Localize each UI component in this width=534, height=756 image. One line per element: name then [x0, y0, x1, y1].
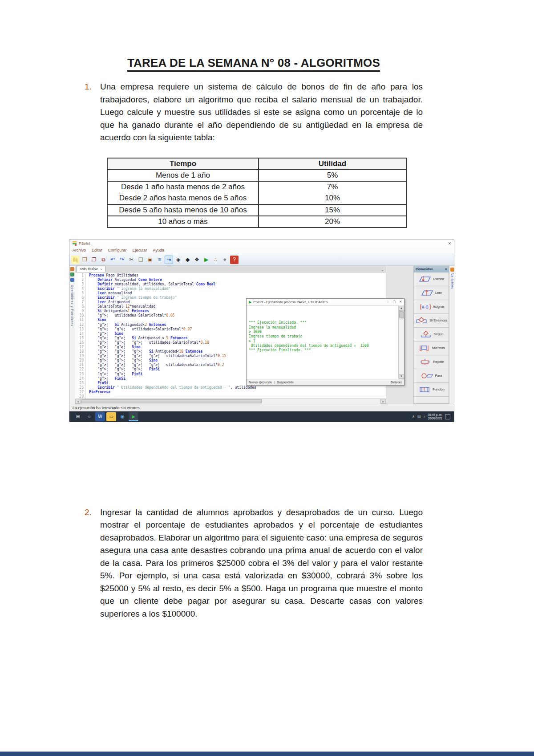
open-folder-icon[interactable]: ❐ [81, 256, 89, 264]
left-panel-tab-label[interactable]: Operadores y Funciones [71, 285, 74, 326]
panel-icon[interactable] [70, 278, 74, 282]
flowchart-icon[interactable]: ◈ [174, 256, 182, 264]
menu-item[interactable]: Ejecutar [133, 248, 147, 252]
tray-chevron-icon[interactable]: ∧ [412, 415, 415, 419]
word-icon[interactable]: W [95, 412, 105, 421]
blocks-icon[interactable]: ◆ [183, 256, 192, 264]
menu-item[interactable]: Archivo [73, 248, 86, 252]
code-text: FinProceso [89, 390, 110, 394]
execution-console-window[interactable]: ▶ PSeInt - Ejecutando proceso PAGO_UTILI… [246, 298, 405, 386]
tab-list-dropdown-icon[interactable]: ⌄ [379, 268, 386, 272]
window-close-icon[interactable]: ✕ [448, 241, 451, 246]
volume-icon[interactable]: ♪ [423, 415, 425, 419]
scroll-down-icon[interactable]: ▼ [399, 374, 404, 379]
line-number: 6 [75, 296, 86, 300]
help-icon[interactable]: ? [230, 256, 239, 264]
start-button[interactable]: ⊞ [73, 412, 83, 421]
clock-time: 05:49 p. m. [428, 413, 442, 417]
table-row: Desde 1 año hasta menos de 2 años 7% [107, 181, 406, 193]
paste-icon[interactable]: ❏ [137, 256, 145, 264]
console-status-mid: Suspendido [277, 381, 294, 384]
menu-item[interactable]: Configurar [108, 248, 127, 252]
command-item[interactable]: Si Entonces [414, 314, 449, 328]
save-all-icon[interactable]: ⧉ [99, 256, 108, 264]
right-panel-tab-label[interactable]: Variables [451, 273, 454, 289]
code-text: FinSi [89, 381, 108, 386]
search-icon[interactable]: ○ [84, 412, 94, 421]
command-item[interactable]: [A=B] Asignar [414, 300, 449, 314]
minimize-icon[interactable]: – [388, 300, 389, 304]
network-icon[interactable]: ▤ [417, 415, 421, 419]
variables-panel-icon[interactable] [450, 268, 454, 272]
taskbar-clock[interactable]: 05:49 p. m. 26/06/2021 [428, 413, 442, 420]
code-text: Definir mensualidad, utilidades, Salario… [89, 282, 215, 287]
command-item[interactable]: Repetir [414, 355, 449, 369]
pseint-screenshot: PSeInt ✕ ArchivoEditarConfigurarEjecutar… [69, 240, 454, 422]
scrollbar-thumb[interactable] [81, 399, 262, 403]
tiempo-cell: Menos de 1 año [107, 170, 259, 181]
divider: | [274, 381, 275, 384]
line-number: 4 [75, 287, 86, 291]
export-icon[interactable]: ❖ [193, 256, 201, 264]
scroll-left-icon[interactable]: ◂ [75, 399, 81, 404]
redo-icon[interactable]: ↷ [118, 256, 126, 264]
step-run-icon[interactable]: ∴ [211, 256, 220, 264]
code-line: 5 Leer mensualidad [75, 291, 386, 296]
indent-icon[interactable]: ⇥ [165, 256, 173, 264]
command-item[interactable]: Según [414, 328, 449, 341]
notification-center-icon[interactable] [445, 414, 450, 419]
editor-tab[interactable]: <sin titulo> × [77, 266, 105, 272]
scroll-right-icon[interactable]: ▸ [380, 399, 386, 404]
right-panel-strip[interactable]: Variables [449, 266, 455, 404]
undo-icon[interactable]: ↶ [109, 256, 117, 264]
line-number: 13 [75, 327, 86, 332]
item-number: 2. [85, 506, 100, 621]
image-icon[interactable]: ▣ [146, 256, 154, 264]
utility-table: Tiempo Utilidad Menos de 1 año 5% Desde … [107, 158, 407, 228]
command-item[interactable]: Escribir [414, 272, 449, 286]
line-number: 21 [75, 363, 86, 367]
segun-icon [419, 331, 433, 338]
command-item[interactable]: Para [414, 369, 449, 383]
para-icon [421, 372, 434, 379]
scrollbar-thumb[interactable] [399, 311, 404, 318]
save-icon[interactable]: ❒ [90, 256, 98, 264]
scroll-up-icon[interactable]: ▲ [399, 306, 404, 311]
commands-panel-header[interactable]: Comandos ▾ [414, 266, 449, 272]
new-file-icon[interactable]: ▤ [71, 256, 80, 264]
left-panel-strip[interactable]: Operadores y Funciones [69, 266, 75, 404]
editor-horizontal-scrollbar[interactable]: ◂ ▸ [75, 398, 386, 404]
menu-item[interactable]: Ayuda [153, 248, 164, 252]
debug-icon[interactable]: ⌖ [221, 256, 229, 264]
menu-item[interactable]: Editar [92, 248, 102, 252]
repetir-icon [418, 358, 432, 366]
leer-icon [421, 289, 434, 297]
console-line: Ingrese la mensualidad [249, 325, 396, 330]
command-label: Según [434, 332, 444, 336]
list-icon[interactable]: ≡ [155, 256, 164, 264]
line-number: 8 [75, 305, 86, 309]
maximize-icon[interactable]: ▢ [393, 300, 396, 304]
panel-icon[interactable] [70, 272, 74, 276]
table-row: Menos de 1 año 5% [107, 170, 406, 181]
console-scrollbar[interactable]: ▲ ▼ [398, 306, 404, 379]
close-icon[interactable]: ✕ [399, 300, 402, 304]
stop-button[interactable]: Detener [391, 381, 402, 384]
collapse-panel-icon[interactable]: ▾ [445, 268, 447, 271]
browser-icon[interactable]: ◉ [117, 412, 127, 421]
utilidad-cell: 15% [259, 204, 406, 216]
command-item[interactable]: f Función [414, 383, 449, 397]
cut-icon[interactable]: ✂ [127, 256, 136, 264]
line-number: 19 [75, 354, 86, 358]
pseint-taskbar-icon[interactable]: ▶ [129, 412, 138, 421]
command-item[interactable]: Mientras [414, 341, 449, 355]
run-icon[interactable]: ▶ [202, 256, 210, 264]
panel-icon[interactable] [70, 267, 74, 271]
file-explorer-icon[interactable]: ▭ [106, 412, 116, 421]
page-title: TAREA DE LA SEMANA N° 08 - ALGORITMOS [85, 56, 423, 70]
asignar-icon: [A=B] [418, 303, 432, 310]
tab-close-icon[interactable]: × [100, 267, 102, 271]
code-line: 26 Escribir " Utilidades dependiendo del… [75, 386, 386, 390]
command-item[interactable]: Leer [414, 286, 449, 300]
code-text: "g">¦ "g">¦ "g">¦ utilidades=SalarioTota… [89, 341, 209, 345]
